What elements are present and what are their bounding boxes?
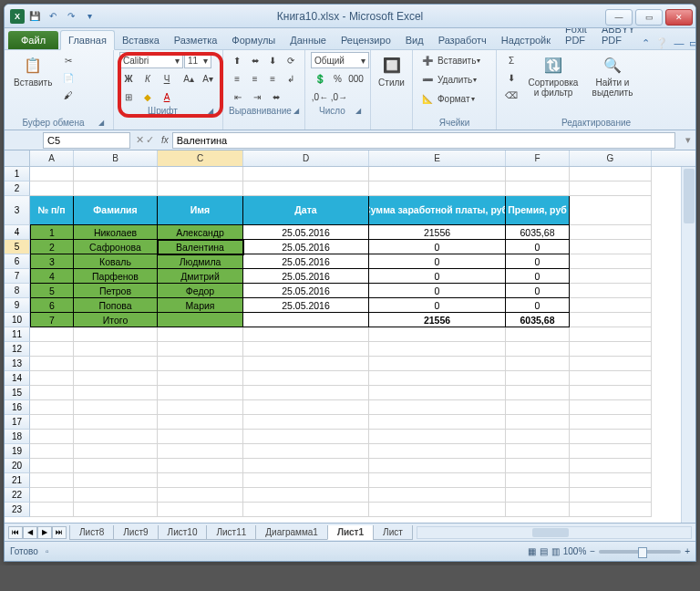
cell[interactable]	[30, 459, 74, 473]
cell[interactable]	[74, 167, 158, 181]
cell[interactable]: 0	[506, 240, 570, 254]
tab-layout[interactable]: Разметка	[167, 31, 225, 49]
cell[interactable]	[243, 503, 369, 517]
cell[interactable]	[158, 386, 243, 400]
cell[interactable]	[74, 444, 158, 459]
row-header[interactable]: 18	[5, 430, 30, 444]
cell[interactable]	[570, 430, 652, 444]
bold-button[interactable]: Ж	[119, 70, 138, 87]
row-header[interactable]: 13	[5, 357, 30, 371]
cell[interactable]	[243, 386, 369, 400]
cell[interactable]: Коваль	[74, 254, 158, 269]
cell[interactable]	[369, 371, 506, 386]
tab-developer[interactable]: Разработч	[431, 31, 494, 49]
cell[interactable]	[158, 488, 243, 503]
maximize-button[interactable]: ▭	[635, 9, 663, 26]
row-header[interactable]: 21	[5, 473, 30, 488]
cell[interactable]: 0	[369, 254, 506, 269]
cell[interactable]	[570, 196, 652, 225]
row-header[interactable]: 5	[5, 240, 30, 254]
cell[interactable]	[570, 371, 652, 386]
cell[interactable]	[158, 415, 243, 430]
cell[interactable]	[506, 386, 570, 400]
cell[interactable]: 6	[30, 298, 74, 313]
sheet-tab[interactable]: Лист9	[113, 525, 158, 540]
formula-input[interactable]: Валентина	[172, 132, 675, 149]
cell[interactable]: 5	[30, 284, 74, 298]
cell[interactable]	[570, 400, 652, 415]
col-header-C[interactable]: C	[158, 150, 243, 166]
cell[interactable]	[506, 181, 570, 196]
cell[interactable]	[158, 313, 243, 327]
font-color-button[interactable]: A	[158, 88, 176, 105]
cell[interactable]	[506, 473, 570, 488]
cell[interactable]	[506, 459, 570, 473]
cell[interactable]: Сумма заработной платы, руб.	[369, 196, 506, 225]
cell[interactable]: Петров	[74, 284, 158, 298]
cell[interactable]: 25.05.2016	[243, 225, 369, 240]
cell[interactable]: 0	[506, 298, 570, 313]
underline-button[interactable]: Ч	[158, 70, 176, 87]
cell[interactable]: № п/п	[30, 196, 74, 225]
row-header[interactable]: 23	[5, 503, 30, 517]
cell[interactable]: 6035,68	[506, 225, 570, 240]
cell[interactable]: Мария	[158, 298, 243, 313]
row-header[interactable]: 16	[5, 400, 30, 415]
row-header[interactable]: 2	[5, 181, 30, 196]
cell[interactable]	[369, 342, 506, 357]
cell[interactable]	[570, 298, 652, 313]
cell[interactable]	[74, 430, 158, 444]
cell[interactable]	[243, 459, 369, 473]
ribbon-minimize-icon[interactable]: ⌃	[642, 37, 650, 49]
merge-icon[interactable]: ⬌	[267, 88, 285, 105]
row-header[interactable]: 3	[5, 196, 30, 225]
redo-icon[interactable]: ↷	[63, 8, 79, 25]
cell[interactable]	[243, 371, 369, 386]
cell[interactable]	[570, 225, 652, 240]
row-header[interactable]: 7	[5, 269, 30, 284]
cell[interactable]	[570, 167, 652, 181]
cell[interactable]	[30, 342, 74, 357]
clear-icon[interactable]: ⌫	[502, 87, 520, 103]
cell[interactable]	[74, 473, 158, 488]
col-header-D[interactable]: D	[243, 150, 369, 166]
cell[interactable]	[74, 503, 158, 517]
indent-icon[interactable]: ⇥	[248, 88, 266, 105]
tab-insert[interactable]: Вставка	[115, 31, 167, 49]
cell[interactable]	[74, 459, 158, 473]
cell[interactable]: 21556	[369, 225, 506, 240]
cut-icon[interactable]: ✂	[59, 52, 77, 68]
cell[interactable]	[506, 327, 570, 342]
insert-cells-button[interactable]: Вставить	[438, 56, 476, 66]
paste-button[interactable]: 📋 Вставить	[10, 52, 56, 89]
name-box[interactable]: C5	[43, 132, 130, 149]
styles-button[interactable]: 🔲 Стили	[376, 52, 407, 89]
cell[interactable]	[243, 400, 369, 415]
sheet-tab[interactable]: Лист11	[206, 525, 256, 540]
cell[interactable]	[506, 357, 570, 371]
qat-dropdown-icon[interactable]: ▾	[81, 8, 98, 25]
cell[interactable]	[369, 167, 506, 181]
shrink-font-button[interactable]: A▾	[199, 70, 217, 87]
enter-formula-icon[interactable]: ✓	[146, 134, 154, 146]
sheet-nav-first-icon[interactable]: ⏮	[8, 526, 23, 539]
cell[interactable]: 1	[30, 225, 74, 240]
cell[interactable]	[74, 415, 158, 430]
doc-restore-icon[interactable]: ▭	[689, 37, 696, 49]
grid-rows[interactable]: 123№ п/пФамилияИмяДатаСумма заработной п…	[5, 167, 695, 523]
zoom-level[interactable]: 100%	[563, 546, 587, 556]
sheet-tab[interactable]: Диаграмма1	[255, 525, 328, 540]
cell[interactable]	[243, 488, 369, 503]
col-header-G[interactable]: G	[570, 150, 652, 166]
increase-decimal-icon[interactable]: ,0←	[311, 88, 329, 105]
cell[interactable]: 0	[369, 298, 506, 313]
zoom-slider[interactable]	[599, 550, 681, 554]
tab-data[interactable]: Данные	[283, 31, 334, 49]
sheet-nav-last-icon[interactable]: ⏭	[52, 526, 67, 539]
cell[interactable]	[30, 167, 74, 181]
col-header-E[interactable]: E	[369, 150, 506, 166]
cell[interactable]	[30, 400, 74, 415]
cell[interactable]: Дмитрий	[158, 269, 243, 284]
cell[interactable]: 4	[30, 269, 74, 284]
cell[interactable]	[570, 269, 652, 284]
